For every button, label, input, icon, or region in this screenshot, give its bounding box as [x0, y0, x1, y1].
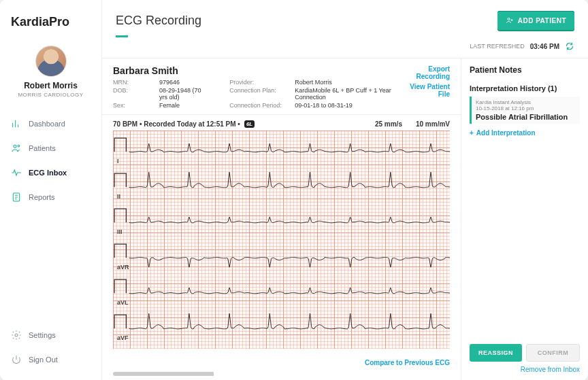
last-refreshed-time: 03:46 PM	[530, 43, 559, 50]
patient-notes-title: Patient Notes	[470, 65, 580, 75]
sidebar-item-patients[interactable]: Patients	[0, 136, 101, 160]
sidebar: KardiaPro Robert Morris MORRIS CARDIOLOG…	[0, 0, 102, 380]
patient-header: Barbara Smith MRN:979646 DOB:08-29-1948 …	[102, 58, 461, 115]
page-title-wrap: ECG Recording	[116, 14, 201, 28]
user-plus-icon	[506, 16, 514, 24]
export-recording-link[interactable]: Export Recording	[399, 65, 450, 80]
interpretation-text: Possible Atrial Fibrillation	[476, 113, 576, 121]
ecg-grid[interactable]: I II III aVR aVL aVF	[113, 131, 450, 349]
ecg-lead-aVR: aVR	[113, 237, 450, 272]
reassign-button[interactable]: REASSIGN	[470, 344, 522, 362]
recording-speed: 25 mm/s	[375, 120, 402, 128]
topbar: ECG Recording ADD PATIENT	[102, 0, 588, 33]
patient-name: Barbara Smith	[113, 65, 399, 76]
refresh-row: LAST REFRESHED 03:46 PM	[102, 37, 588, 58]
user-card: Robert Morris MORRIS CARDIOLOGY	[0, 40, 101, 107]
lead-label-aVR: aVR	[117, 264, 129, 271]
power-icon	[11, 354, 22, 365]
mrn-value: 979646	[159, 79, 180, 86]
lead-label-aVL: aVL	[117, 299, 129, 306]
sidebar-item-ecg-inbox[interactable]: ECG Inbox	[0, 160, 101, 185]
gear-icon	[11, 330, 22, 341]
sidebar-item-label: Settings	[29, 331, 56, 339]
interpretation-card[interactable]: Kardia Instant Analysis 10-15-2018 at 12…	[470, 97, 580, 124]
ecg-panel: Barbara Smith MRN:979646 DOB:08-29-1948 …	[102, 58, 461, 380]
dob-key: DOB:	[113, 87, 155, 101]
app-window: KardiaPro Robert Morris MORRIS CARDIOLOG…	[0, 0, 588, 380]
ecg-lead-II: II	[113, 166, 450, 201]
recording-bar: 70 BPM • Recorded Today at 12:51 PM • 6L…	[102, 115, 461, 131]
sex-value: Female	[159, 102, 180, 109]
provider-value: Robert Morris	[295, 79, 332, 86]
lead-label-II: II	[117, 193, 120, 200]
sidebar-item-settings[interactable]: Settings	[0, 323, 101, 347]
dob-value: 08-29-1948 (70 yrs old)	[159, 87, 209, 101]
add-interpretation-button[interactable]: + Add Interpretation	[470, 129, 580, 137]
sidebar-item-reports[interactable]: Reports	[0, 185, 101, 209]
interpretation-source: Kardia Instant Analysis	[476, 99, 576, 105]
top-actions: ADD PATIENT	[497, 11, 574, 30]
ecg-lead-III: III	[113, 201, 450, 237]
plan-value: KardiaMobile 6L + BP Cuff + 1 Year Conne…	[295, 87, 399, 101]
sidebar-item-label: Dashboard	[29, 120, 65, 128]
user-name: Robert Morris	[7, 81, 95, 90]
sidebar-bottom: Settings Sign Out	[0, 323, 101, 380]
sidebar-item-label: Reports	[29, 193, 55, 201]
svg-point-4	[508, 18, 510, 20]
sidebar-item-label: Sign Out	[29, 356, 58, 364]
sidebar-item-signout[interactable]: Sign Out	[0, 347, 101, 372]
interpretation-time: 10-15-2018 at 12:16 pm	[476, 105, 576, 111]
app-logo: KardiaPro	[0, 0, 101, 40]
remove-from-inbox-link[interactable]: Remove from Inbox	[470, 366, 580, 373]
ecg-lead-aVL: aVL	[113, 272, 450, 307]
sidebar-nav: Dashboard Patients ECG Inbox Reports	[0, 107, 101, 323]
user-practice: MORRIS CARDIOLOGY	[7, 92, 95, 98]
page-title: ECG Recording	[116, 14, 201, 28]
sidebar-item-label: ECG Inbox	[29, 169, 67, 177]
horizontal-scrollbar[interactable]	[113, 372, 450, 376]
content-row: Barbara Smith MRN:979646 DOB:08-29-1948 …	[102, 58, 588, 380]
add-patient-label: ADD PATIENT	[518, 17, 566, 24]
recording-gain: 10 mm/mV	[416, 120, 450, 128]
recording-summary: 70 BPM • Recorded Today at 12:51 PM •	[113, 120, 240, 128]
svg-point-3	[15, 334, 18, 336]
svg-point-1	[18, 145, 20, 147]
ecg-lead-I: I	[113, 131, 450, 166]
mrn-key: MRN:	[113, 79, 155, 86]
sidebar-item-label: Patients	[29, 144, 56, 152]
last-refreshed-label: LAST REFRESHED	[470, 43, 524, 50]
device-badge: 6L	[244, 120, 255, 128]
interpretation-history-title: Interpretation History (1)	[470, 84, 580, 92]
period-key: Connection Period:	[229, 102, 291, 109]
reports-icon	[11, 192, 22, 203]
add-interpretation-label: Add Interpretation	[476, 129, 536, 137]
plus-icon: +	[470, 129, 474, 137]
users-icon	[11, 143, 22, 154]
svg-point-0	[14, 145, 16, 148]
avatar[interactable]	[35, 46, 67, 77]
lead-label-I: I	[117, 158, 119, 165]
confirm-button: CONFIRM	[526, 344, 580, 362]
ecg-lead-aVF: aVF	[113, 307, 450, 343]
provider-key: Provider:	[229, 79, 291, 86]
compare-previous-ecg-link[interactable]: Compare to Previous ECG	[365, 359, 450, 366]
plan-key: Connection Plan:	[229, 87, 291, 101]
period-value: 09-01-18 to 08-31-19	[295, 102, 353, 109]
lead-label-III: III	[117, 228, 122, 235]
right-panel: Patient Notes Interpretation History (1)…	[461, 58, 588, 380]
sex-key: Sex:	[113, 102, 155, 109]
bar-chart-icon	[11, 118, 22, 129]
sidebar-item-dashboard[interactable]: Dashboard	[0, 111, 101, 136]
view-patient-file-link[interactable]: View Patient File	[399, 83, 450, 98]
ecg-wrap: I II III aVR aVL aVF	[102, 131, 461, 353]
refresh-icon[interactable]	[565, 41, 574, 51]
ecg-icon	[11, 167, 22, 178]
add-patient-button[interactable]: ADD PATIENT	[497, 11, 574, 30]
main-area: ECG Recording ADD PATIENT LAST REFRESHED…	[102, 0, 588, 380]
lead-label-aVF: aVF	[117, 334, 129, 341]
